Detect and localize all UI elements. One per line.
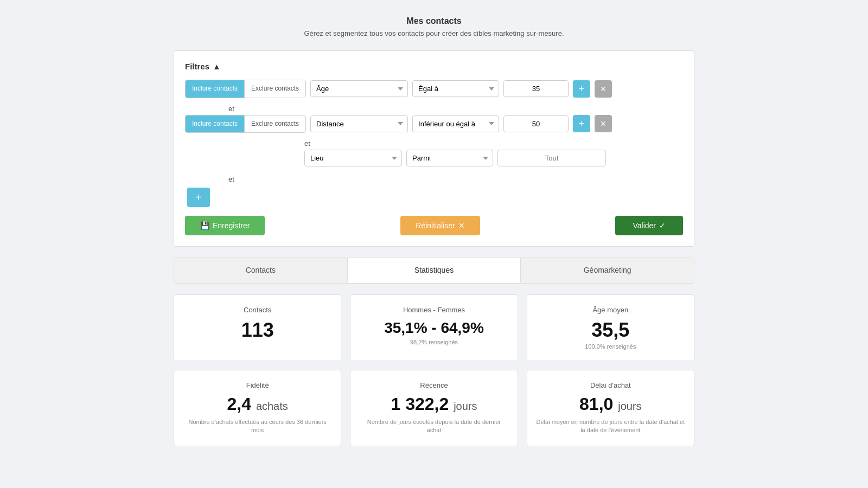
et-label-inner: et [304,137,683,150]
exclude-btn-2[interactable]: Exclure contacts [244,115,305,133]
value-input-2[interactable] [503,115,569,132]
add-filter-btn[interactable]: + [187,188,210,207]
stat-number-delai: 81,0 [579,394,613,414]
stat-value-delai: 81,0 jours [536,395,685,414]
save-icon: 💾 [200,221,209,230]
stat-card-age: Âge moyen 35,5 100,0% renseignés [527,294,694,361]
operator-select-1[interactable]: Égal à Inférieur ou égal à Supérieur ou … [412,80,499,97]
stat-number-fidelite: 2,4 [227,394,251,414]
stat-title-fidelite: Fidélité [183,381,332,389]
stat-sub-gender: 98,2% renseignés [359,339,508,345]
stat-unit-delai: jours [618,400,641,412]
operator-select-2[interactable]: Inférieur ou égal à Égal à Supérieur ou … [412,115,499,132]
filtres-label: Filtres [185,62,209,71]
stat-desc-delai: Délai moyen en nombre de jours entre la … [536,418,685,435]
field-select-2[interactable]: Distance Âge Lieu [310,115,408,132]
stat-title-contacts: Contacts [183,306,332,314]
stat-desc-recence: Nombre de jours écoulés depuis la date d… [359,418,508,435]
et-label-1: et [228,102,683,115]
stat-value-fidelite: 2,4 achats [183,395,332,414]
sub-operator-select[interactable]: Parmi Égal à Inférieur ou égal à [406,150,493,166]
stat-card-delai: Délai d'achat 81,0 jours Délai moyen en … [527,370,694,446]
page-title: Mes contacts [174,16,694,26]
validate-icon: ✓ [659,221,666,230]
filtres-section: Filtres ▲ Inclure contacts Exclure conta… [174,50,694,247]
exclude-btn-1[interactable]: Exclure contacts [244,80,305,98]
tab-statistiques[interactable]: Statistiques [348,258,521,283]
include-exclude-group-2: Inclure contacts Exclure contacts [185,115,306,133]
stat-card-fidelite: Fidélité 2,4 achats Nombre d'achats effe… [174,370,341,446]
value-input-1[interactable] [503,80,569,97]
stats-row-1: Contacts 113 Hommes - Femmes 35,1% - 64,… [174,294,694,361]
filter-row-2: Inclure contacts Exclure contacts Distan… [185,115,683,133]
stat-title-recence: Récence [359,381,508,389]
stat-card-gender: Hommes - Femmes 35,1% - 64,9% 98,2% rens… [350,294,518,361]
stat-title-gender: Hommes - Femmes [359,306,508,314]
stat-sub-age: 100,0% renseignés [536,343,685,350]
remove-btn-1[interactable]: ✕ [595,80,612,98]
sub-filter-row: Lieu Distance Âge Parmi Égal à Inférieur… [304,150,683,166]
stat-title-delai: Délai d'achat [536,381,685,389]
remove-btn-2[interactable]: ✕ [595,115,612,132]
reset-label: Réinitialiser [416,221,455,230]
reset-icon: ✕ [458,221,465,230]
stats-row-2: Fidélité 2,4 achats Nombre d'achats effe… [174,370,694,446]
sub-value-input[interactable] [497,150,606,166]
filter-row-1: Inclure contacts Exclure contacts Âge Di… [185,80,683,98]
page-subtitle: Gérez et segmentez tous vos contacts pou… [174,29,694,37]
stat-unit-fidelite: achats [256,400,288,412]
stat-card-contacts: Contacts 113 [174,294,341,361]
save-label: Enregistrer [213,221,250,230]
include-exclude-group-1: Inclure contacts Exclure contacts [185,80,306,98]
validate-label: Valider [633,221,656,230]
stat-unit-recence: jours [454,400,477,412]
stat-value-recence: 1 322,2 jours [359,395,508,414]
include-btn-2[interactable]: Inclure contacts [186,115,244,133]
include-btn-1[interactable]: Inclure contacts [186,80,244,98]
stat-value-age: 35,5 [536,319,685,341]
field-select-1[interactable]: Âge Distance Lieu [310,80,408,97]
reset-button[interactable]: Réinitialiser ✕ [400,216,480,235]
tabs-row: Contacts Statistiques Géomarketing [174,258,694,284]
stat-desc-fidelite: Nombre d'achats effectués au cours des 3… [183,418,332,435]
stat-title-age: Âge moyen [536,306,685,314]
add-condition-btn-2[interactable]: + [573,115,590,132]
stat-card-recence: Récence 1 322,2 jours Nombre de jours éc… [350,370,518,446]
validate-button[interactable]: Valider ✓ [615,216,683,235]
chevron-up-icon: ▲ [213,62,221,71]
et-label-2: et [228,173,683,185]
actions-row: 💾 Enregistrer Réinitialiser ✕ Valider ✓ [185,216,683,235]
save-button[interactable]: 💾 Enregistrer [185,216,265,235]
add-condition-btn-1[interactable]: + [573,80,590,98]
stat-value-gender: 35,1% - 64,9% [359,319,508,337]
sub-field-select[interactable]: Lieu Distance Âge [304,150,402,166]
tab-geomarketing[interactable]: Géomarketing [521,258,694,283]
stat-number-recence: 1 322,2 [391,394,449,414]
tab-contacts[interactable]: Contacts [174,258,348,283]
filtres-header: Filtres ▲ [185,62,683,71]
stat-value-contacts: 113 [183,319,332,341]
